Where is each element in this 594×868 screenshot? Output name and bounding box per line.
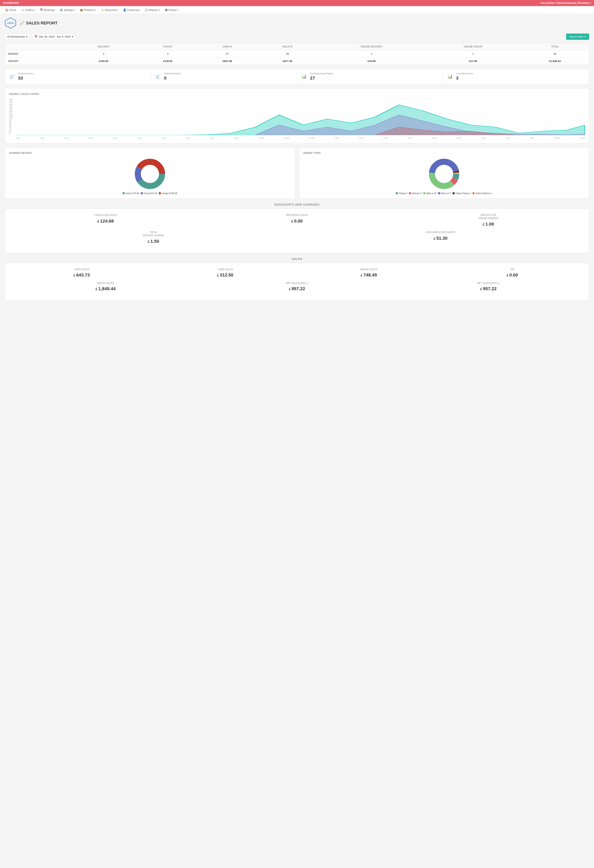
net-sales-incl-item: NET SALES (INCL.) £ 957.22 <box>201 282 393 291</box>
cell-amount-pickup: £130.91 <box>138 58 198 65</box>
nav-reports[interactable]: 📋 Reports ▾ <box>143 6 162 14</box>
top-bar: DASHBOARD Alan (Owner / Pizza Restaurant… <box>0 0 594 6</box>
nav-products[interactable]: 📦 Products ▾ <box>78 6 98 14</box>
extras-icon: ➕ <box>165 9 168 12</box>
main-nav: 🏠 Home 🛒 Orders ▾ 📅 Bookings ⚙️ Settings… <box>0 6 594 14</box>
cell-orders-onlinepickup: 1 <box>425 50 521 58</box>
cell-amount-total: £1,849.44 <box>521 58 589 65</box>
nav-orders[interactable]: 🛒 Orders ▾ <box>19 6 37 14</box>
col-header-online-pickup: ONLINE PICKUP <box>425 43 521 50</box>
basket-icon: 🛒 <box>8 73 16 80</box>
nav-bookings[interactable]: 📅 Bookings <box>38 6 56 14</box>
user-label: Alan (Owner / Pizza Restaurant, Pizzalin… <box>541 1 589 4</box>
page-title: 📈 SALES REPORT <box>19 21 58 25</box>
products-icon: 📦 <box>80 9 83 12</box>
calendar-icon: 📅 <box>34 35 38 38</box>
chevron-extras: ▾ <box>177 9 178 11</box>
user-menu[interactable]: Alan (Owner / Pizza Restaurant, Pizzalin… <box>541 1 591 4</box>
order-types-chart: ORDER TYPES <box>299 148 589 199</box>
legend-online-delivery: Online Delivery 1 <box>473 192 492 195</box>
restaurant-select[interactable]: All Restaurants ▾ <box>5 34 30 40</box>
cell-amount-walkin: £877.35 <box>257 58 318 65</box>
row-label-orders: ORDERS <box>5 50 69 58</box>
unpaid-sales-item: UNPAID SALES £ 748.49 <box>297 268 441 278</box>
chevron-down-icon: ▾ <box>26 35 28 38</box>
logo-area: DEMO 📈 SALES REPORT <box>0 14 594 32</box>
chevron-orders: ▾ <box>34 9 35 11</box>
nav-home[interactable]: 🏠 Home <box>3 6 18 14</box>
chevron-discounts: ▾ <box>117 9 118 11</box>
chart-container: 240 224 208 192 176 160 144 128 112 96 8… <box>9 99 585 139</box>
unpaid-dot <box>159 192 161 194</box>
vat-item: VAT £ 0.00 <box>441 268 584 278</box>
sales-row-2: GROSS SALES £ 1,849.44 NET SALES (INCL.)… <box>10 282 584 291</box>
col-header-online-delivery: ONLINE DELIVERY <box>318 43 425 50</box>
order-types-donut-svg <box>428 158 460 190</box>
cell-orders-delivery: 4 <box>69 50 138 58</box>
cell-amount-delivery: £150.30 <box>69 58 138 65</box>
hourly-sales-chart: HOURLY SALES CHART 240 224 208 192 176 1… <box>5 88 589 143</box>
stat-cancelled-orders: 📊 Cancelled Orders 3 <box>443 69 589 84</box>
nav-discounts[interactable]: 🏷️ Discounts ▾ <box>99 6 120 14</box>
payment-donut-container: Cash £724.66 Card £312.50 Unpaid £748.49 <box>9 158 291 195</box>
service-fee-item: SERVICE FEEONLINE ORDERS £ 1.00 <box>393 214 584 227</box>
discounts-card: CANCELLED SALES £ 124.68 REFUNDED SALES … <box>5 209 589 253</box>
cell-amount-onlinepickup: £17.90 <box>425 58 521 65</box>
chevron-products: ▾ <box>95 9 96 11</box>
settings-icon: ⚙️ <box>60 9 63 12</box>
main-content: DELIVERY PICKUP DINE-IN WALK IN ONLINE D… <box>0 43 594 309</box>
export-button[interactable]: Export Data ▾ <box>566 34 589 40</box>
orders-icon: 🛒 <box>21 9 24 12</box>
col-header-dinein: DINE-IN <box>198 43 257 50</box>
cash-sales-item: CASH SALES £ 643.73 <box>10 268 154 278</box>
controls-row: All Restaurants ▾ 📅 Dec 29, 2024 - Jan 4… <box>0 32 594 43</box>
discounts-row-2: TOTALSERVICE CHARGE £ 1.50 VOUCHER & DIS… <box>10 231 584 244</box>
svg-point-24 <box>142 166 158 182</box>
chart-icon: 📈 <box>19 21 24 25</box>
cell-orders-pickup: 4 <box>138 50 198 58</box>
discounts-section-title: DISCOUNTS AND CHARGES <box>5 203 589 206</box>
cell-amount-onlinedelivery: £24.99 <box>318 58 425 65</box>
legend-unpaid: Unpaid £748.49 <box>159 192 177 195</box>
col-header-delivery: DELIVERY <box>69 43 138 50</box>
cell-orders-dinein: 27 <box>198 50 257 58</box>
chevron-settings: ▾ <box>74 9 75 11</box>
nav-extras[interactable]: ➕ Extras ▾ <box>163 6 180 14</box>
net-sales-excl-item: NET SALES (EXCL.) £ 957.22 <box>393 282 584 291</box>
sales-section-title: SALES <box>5 257 589 261</box>
date-range-picker[interactable]: 📅 Dec 29, 2024 - Jan 4, 2025 ▾ <box>32 34 75 40</box>
stat-finished-orders: 🛒 Finished Orders 33 <box>5 69 151 84</box>
summary-table: DELIVERY PICKUP DINE-IN WALK IN ONLINE D… <box>5 43 589 65</box>
pending-icon: 📊 <box>300 73 308 80</box>
dashboard-label: DASHBOARD <box>3 1 19 4</box>
sales-card: CASH SALES £ 643.73 CARD SALES £ 312.50 … <box>5 263 589 301</box>
cell-orders-onlinedelivery: 1 <box>318 50 425 58</box>
col-header-total: TOTAL <box>521 43 589 50</box>
payment-donut-svg <box>134 158 166 190</box>
refund-icon: 🛒 <box>154 73 162 80</box>
chart-svg <box>16 99 585 135</box>
cell-orders-walkin: 26 <box>257 50 318 58</box>
stats-row: 🛒 Finished Orders 33 🛒 Refunded Orders 0… <box>5 69 589 84</box>
chart-x-axis: 0 AM 1 AM 2 AM 3 AM 4 AM 5 AM 6 AM 7 AM … <box>16 137 585 139</box>
nav-settings[interactable]: ⚙️ Settings ▾ <box>58 6 77 14</box>
legend-cash: Cash £724.66 <box>123 192 139 195</box>
stat-refunded-orders: 🛒 Refunded Orders 0 <box>151 69 297 84</box>
nav-customers[interactable]: 👤 Customers <box>121 6 142 14</box>
col-header-pickup: PICKUP <box>138 43 198 50</box>
table-row: ORDERS 4 4 27 26 1 1 63 <box>5 50 589 58</box>
cancelled-icon: 📊 <box>446 73 454 80</box>
legend-pickup: Pickup 4 <box>396 192 407 195</box>
chart-y-axis: 240 224 208 192 176 160 144 128 112 96 8… <box>9 99 15 135</box>
discounts-icon: 🏷️ <box>101 9 104 12</box>
legend-delivery: Delivery 4 <box>409 192 422 195</box>
sales-row-1: CASH SALES £ 643.73 CARD SALES £ 312.50 … <box>10 268 584 278</box>
cell-amount-dinein: £647.99 <box>198 58 257 65</box>
col-header-label <box>5 43 69 50</box>
refunded-sales-item: REFUNDED SALES £ 0.00 <box>201 214 393 227</box>
discounts-row-1: CANCELLED SALES £ 124.68 REFUNDED SALES … <box>10 214 584 227</box>
logo-svg: DEMO <box>5 18 16 29</box>
chart-svg-area <box>16 99 585 135</box>
legend-online-pickup: Online Pickup 1 <box>452 192 471 195</box>
svg-point-31 <box>436 166 452 182</box>
